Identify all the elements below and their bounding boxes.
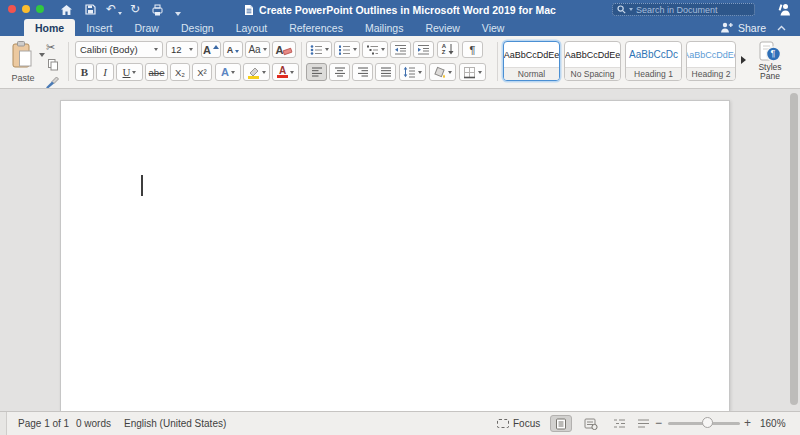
clear-formatting-button[interactable]: A (272, 41, 296, 58)
zoom-in-button[interactable]: + (744, 412, 751, 435)
word-document-icon (244, 4, 254, 16)
page-indicator[interactable]: Page 1 of 1 (18, 412, 69, 435)
minimize-window-button[interactable] (22, 5, 30, 13)
font-name-select[interactable]: Calibri (Body) (75, 41, 163, 58)
view-draft-button[interactable] (632, 415, 654, 432)
paste-dropdown-caret-icon[interactable] (39, 53, 45, 57)
strikethrough-button[interactable]: abe (145, 63, 168, 81)
highlight-button[interactable] (243, 63, 270, 81)
multilevel-list-icon (366, 44, 379, 56)
highlight-caret-icon[interactable] (262, 71, 266, 74)
underline-button[interactable]: U (116, 63, 143, 81)
zoom-slider-knob[interactable] (702, 417, 713, 428)
numbered-list-caret-icon[interactable] (353, 48, 357, 51)
search-input[interactable]: Search in Document (612, 3, 755, 16)
text-effects-button[interactable]: A (215, 63, 241, 81)
vertical-scrollbar-thumb[interactable] (790, 93, 798, 405)
outline-view-icon (613, 418, 626, 429)
undo-icon[interactable]: ↶ (106, 1, 116, 18)
borders-caret-icon[interactable] (478, 71, 482, 74)
print-icon[interactable] (151, 1, 164, 18)
view-web-layout-button[interactable] (580, 415, 602, 432)
search-scope-caret-icon[interactable] (629, 8, 633, 11)
zoom-level[interactable]: 160% (760, 412, 786, 435)
borders-button[interactable] (459, 63, 486, 81)
styles-pane-button[interactable]: ¶ Styles Pane (748, 39, 792, 85)
style-card-heading2[interactable]: AaBbCcDdEe Heading 2 (686, 41, 736, 81)
shading-caret-icon[interactable] (448, 71, 452, 74)
font-size-select[interactable]: 12 (166, 41, 198, 58)
share-button[interactable]: Share (738, 22, 766, 34)
sort-button[interactable]: A Z (437, 41, 459, 58)
tab-layout[interactable]: Layout (225, 19, 279, 36)
paste-clipboard-icon (10, 56, 34, 73)
style-card-normal[interactable]: AaBbCcDdEe Normal (503, 41, 560, 81)
tab-home[interactable]: Home (24, 19, 75, 36)
zoom-out-button[interactable]: − (655, 412, 662, 435)
style-card-heading1[interactable]: AaBbCcDc Heading 1 (625, 41, 682, 81)
font-color-button[interactable]: A (272, 63, 299, 81)
view-print-layout-button[interactable] (550, 415, 572, 432)
font-color-caret-icon[interactable] (290, 71, 294, 74)
document-page[interactable] (60, 100, 730, 411)
line-spacing-caret-icon[interactable] (418, 71, 422, 74)
fullscreen-window-button[interactable] (36, 5, 44, 13)
decrease-indent-button[interactable] (390, 41, 411, 58)
search-placeholder: Search in Document (636, 5, 718, 15)
format-painter-brush-icon[interactable] (44, 75, 60, 88)
style-card-no-spacing[interactable]: AaBbCcDdEe No Spacing (564, 41, 621, 81)
tab-design[interactable]: Design (170, 19, 225, 36)
grow-font-button[interactable]: A (201, 41, 221, 58)
style-sample: AaBbCcDdEe (687, 42, 735, 67)
italic-button[interactable]: I (96, 63, 114, 81)
numbered-list-button[interactable] (334, 41, 360, 58)
copy-icon[interactable] (47, 58, 59, 71)
more-styles-arrow-icon[interactable] (741, 56, 746, 64)
save-icon[interactable] (85, 1, 96, 18)
change-case-button[interactable]: Aa (245, 41, 270, 58)
redo-icon[interactable]: ↻ (130, 1, 140, 18)
text-effects-glyph: A (221, 66, 229, 78)
shading-button[interactable] (429, 63, 456, 81)
line-spacing-button[interactable] (399, 63, 426, 81)
tab-references[interactable]: References (278, 19, 354, 36)
tab-draw[interactable]: Draw (123, 19, 170, 36)
align-left-button[interactable] (306, 63, 327, 81)
change-case-caret-icon (263, 48, 267, 51)
search-icon (617, 5, 626, 14)
tab-view[interactable]: View (471, 19, 516, 36)
contacts-person-icon[interactable] (777, 1, 791, 18)
superscript-button[interactable]: X² (192, 63, 212, 81)
underline-caret-icon[interactable] (132, 71, 136, 74)
paste-button[interactable] (10, 40, 36, 70)
print-layout-view-icon (555, 418, 567, 430)
increase-indent-button[interactable] (413, 41, 434, 58)
home-icon[interactable] (60, 1, 73, 18)
show-paragraph-marks-button[interactable]: ¶ (462, 41, 483, 58)
cut-scissors-icon[interactable]: ✂ (46, 41, 55, 54)
grow-font-glyph: A (203, 44, 211, 56)
sort-letters: A Z (442, 44, 446, 55)
share-person-add-icon[interactable] (720, 22, 733, 33)
close-window-button[interactable] (8, 5, 16, 13)
align-center-button[interactable] (329, 63, 350, 81)
language-indicator[interactable]: English (United States) (124, 412, 226, 435)
tab-review[interactable]: Review (414, 19, 470, 36)
grow-font-up-arrow-icon (213, 45, 219, 49)
font-name-value: Calibri (Body) (80, 44, 138, 55)
align-right-button[interactable] (352, 63, 373, 81)
bullet-list-caret-icon[interactable] (325, 48, 329, 51)
multilevel-list-button[interactable] (362, 41, 388, 58)
view-outline-button[interactable] (608, 415, 630, 432)
shrink-font-button[interactable]: A (223, 41, 243, 58)
bold-button[interactable]: B (75, 63, 94, 81)
multilevel-list-caret-icon[interactable] (381, 48, 385, 51)
focus-mode-button[interactable]: Focus (497, 412, 540, 435)
subscript-button[interactable]: X₂ (170, 63, 190, 81)
word-count[interactable]: 0 words (76, 412, 111, 435)
tab-mailings[interactable]: Mailings (354, 19, 415, 36)
bullet-list-button[interactable] (306, 41, 332, 58)
tab-insert[interactable]: Insert (75, 19, 123, 36)
justify-button[interactable] (375, 63, 396, 81)
collapse-ribbon-chevron-icon[interactable] (777, 25, 786, 31)
